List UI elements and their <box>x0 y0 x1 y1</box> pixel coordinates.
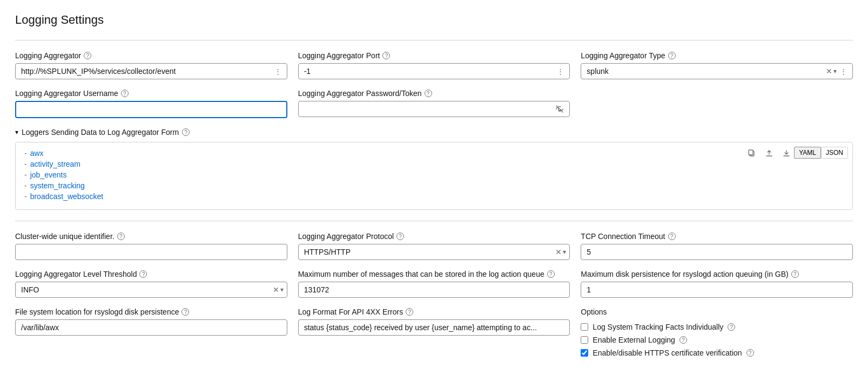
field-cluster-wide-id: Cluster-wide unique identifier. ? <box>15 232 287 260</box>
field-logging-aggregator-username: Logging Aggregator Username ? <box>15 89 287 118</box>
cluster-wide-id-input[interactable] <box>16 244 287 260</box>
list-item: -awx <box>24 149 844 158</box>
logging-aggregator-type-more-btn[interactable]: ⋮ <box>838 65 849 78</box>
list-item: -job_events <box>24 170 844 179</box>
logging-aggregator-password-help-icon[interactable]: ? <box>425 90 432 97</box>
logging-aggregator-password-label: Logging Aggregator Password/Token ? <box>298 89 570 98</box>
level-chevron-icon[interactable]: ▾ <box>280 286 284 294</box>
row-1: Logging Aggregator ? ⋮ Logging Aggregato… <box>15 51 853 79</box>
logging-aggregator-port-input[interactable] <box>299 64 555 79</box>
logging-aggregator-input[interactable] <box>16 64 272 79</box>
logging-aggregator-protocol-select[interactable]: HTTPS/HTTP TCP UDP <box>299 244 556 260</box>
logging-aggregator-input-wrapper: ⋮ <box>15 63 287 79</box>
logging-aggregator-username-input-wrapper <box>15 101 287 118</box>
log-system-tracking-label: Log System Tracking Facts Individually <box>593 323 723 331</box>
enable-https-verification-checkbox[interactable] <box>581 349 588 357</box>
field-logging-aggregator-type: Logging Aggregator Type ? splunk logstas… <box>581 51 853 79</box>
list-item: -system_tracking <box>24 181 844 190</box>
protocol-clear-icon[interactable]: ✕ <box>555 248 562 256</box>
tcp-connection-timeout-input-wrapper <box>581 244 853 260</box>
yaml-btn[interactable]: YAML <box>794 147 821 159</box>
cluster-wide-id-help-icon[interactable]: ? <box>117 233 125 240</box>
loggers-toolbar <box>745 147 793 160</box>
level-clear-icon[interactable]: ✕ <box>273 285 279 294</box>
logging-aggregator-protocol-select-wrapper: HTTPS/HTTP TCP UDP ✕ ▾ <box>298 244 570 260</box>
field-max-messages: Maximum number of messages that can be s… <box>298 270 570 298</box>
field-empty-right <box>581 89 853 118</box>
logging-aggregator-type-help-icon[interactable]: ? <box>668 52 676 59</box>
loggers-collapse-section: ▾ Loggers Sending Data to Log Aggregator… <box>15 128 853 210</box>
enable-https-verification-row: Enable/disable HTTPS certificate verific… <box>581 349 853 357</box>
list-item: -broadcast_websocket <box>24 192 844 201</box>
options-section: Log System Tracking Facts Individually ?… <box>581 323 853 357</box>
logging-aggregator-password-input[interactable] <box>299 101 554 117</box>
options-title: Options <box>581 308 853 316</box>
logging-aggregator-username-input[interactable] <box>16 102 286 117</box>
max-messages-input[interactable] <box>299 282 570 297</box>
list-item: -activity_stream <box>24 160 844 168</box>
max-messages-help-icon[interactable]: ? <box>547 270 555 278</box>
logging-aggregator-level-help-icon[interactable]: ? <box>139 270 147 278</box>
logging-aggregator-label: Logging Aggregator ? <box>15 51 287 60</box>
file-system-location-label: File system location for rsyslogd disk p… <box>15 308 287 316</box>
max-disk-persistence-label: Maximum disk persistence for rsyslogd ac… <box>581 270 853 278</box>
copy-btn[interactable] <box>745 147 758 160</box>
logging-aggregator-port-label: Logging Aggregator Port ? <box>298 51 570 60</box>
log-format-api-label: Log Format For API 4XX Errors ? <box>298 308 570 316</box>
field-logging-aggregator-level: Logging Aggregator Level Threshold ? DEB… <box>15 270 287 298</box>
logging-aggregator-protocol-help-icon[interactable]: ? <box>396 233 404 240</box>
logging-aggregator-type-select[interactable]: splunk logstash sumologic loggly generic… <box>581 64 826 79</box>
log-format-api-help-icon[interactable]: ? <box>406 308 413 316</box>
logging-aggregator-port-help-icon[interactable]: ? <box>382 52 390 59</box>
logging-aggregator-level-select[interactable]: DEBUG INFO WARNING ERROR CRITICAL <box>16 282 273 297</box>
enable-external-logging-checkbox[interactable] <box>581 336 588 344</box>
field-options: Options Log System Tracking Facts Indivi… <box>581 308 853 357</box>
logger-job-events-link[interactable]: job_events <box>30 170 67 179</box>
upload-btn[interactable] <box>763 147 776 160</box>
password-visibility-btn[interactable] <box>553 103 566 115</box>
field-logging-aggregator-port: Logging Aggregator Port ? ⋮ <box>298 51 570 79</box>
protocol-chevron-icon[interactable]: ▾ <box>563 248 566 256</box>
logging-aggregator-type-select-wrapper: splunk logstash sumologic loggly generic… <box>581 63 853 79</box>
file-system-location-input[interactable] <box>16 320 287 335</box>
loggers-collapse-header[interactable]: ▾ Loggers Sending Data to Log Aggregator… <box>15 128 853 137</box>
logging-aggregator-help-icon[interactable]: ? <box>84 52 91 59</box>
tcp-connection-timeout-help-icon[interactable]: ? <box>668 233 676 240</box>
file-system-location-help-icon[interactable]: ? <box>181 308 189 316</box>
logging-aggregator-username-help-icon[interactable]: ? <box>121 90 129 97</box>
field-logging-aggregator-password: Logging Aggregator Password/Token ? <box>298 89 570 118</box>
logging-aggregator-level-label: Logging Aggregator Level Threshold ? <box>15 270 287 278</box>
json-btn[interactable]: JSON <box>821 147 848 159</box>
log-format-api-input[interactable] <box>299 320 570 335</box>
logging-aggregator-more-btn[interactable]: ⋮ <box>272 65 284 78</box>
svg-rect-1 <box>749 150 753 155</box>
log-system-tracking-help-icon[interactable]: ? <box>728 323 735 331</box>
eye-slash-icon <box>555 105 564 113</box>
log-system-tracking-row: Log System Tracking Facts Individually ? <box>581 323 853 331</box>
max-disk-persistence-help-icon[interactable]: ? <box>791 270 799 278</box>
logger-broadcast-websocket-link[interactable]: broadcast_websocket <box>30 192 103 201</box>
enable-external-logging-help-icon[interactable]: ? <box>679 336 687 344</box>
loggers-help-icon[interactable]: ? <box>182 128 190 136</box>
loggers-collapse-content: YAML JSON -awx -activity_stream -job_eve… <box>15 142 853 210</box>
row-5: File system location for rsyslogd disk p… <box>15 308 853 357</box>
download-btn[interactable] <box>780 147 793 160</box>
format-buttons: YAML JSON <box>794 147 848 159</box>
max-disk-persistence-input[interactable] <box>581 282 852 297</box>
collapse-toggle-icon: ▾ <box>15 128 18 136</box>
logging-aggregator-username-label: Logging Aggregator Username ? <box>15 89 287 98</box>
logging-aggregator-type-chevron-icon[interactable]: ▾ <box>833 67 837 75</box>
log-format-api-input-wrapper <box>298 319 570 336</box>
enable-https-verification-help-icon[interactable]: ? <box>746 349 754 357</box>
logger-system-tracking-link[interactable]: system_tracking <box>30 181 85 190</box>
enable-https-verification-label: Enable/disable HTTPS certificate verific… <box>593 349 742 357</box>
logging-aggregator-type-clear-icon[interactable]: ✕ <box>826 67 832 76</box>
logger-activity-stream-link[interactable]: activity_stream <box>30 160 80 168</box>
logging-aggregator-port-more-btn[interactable]: ⋮ <box>555 65 566 78</box>
logger-awx-link[interactable]: awx <box>30 149 44 158</box>
logging-aggregator-protocol-label: Logging Aggregator Protocol ? <box>298 232 570 241</box>
log-system-tracking-checkbox[interactable] <box>581 323 588 331</box>
cluster-wide-id-input-wrapper <box>15 244 287 260</box>
row-2: Logging Aggregator Username ? Logging Ag… <box>15 89 853 118</box>
tcp-connection-timeout-input[interactable] <box>581 244 852 260</box>
